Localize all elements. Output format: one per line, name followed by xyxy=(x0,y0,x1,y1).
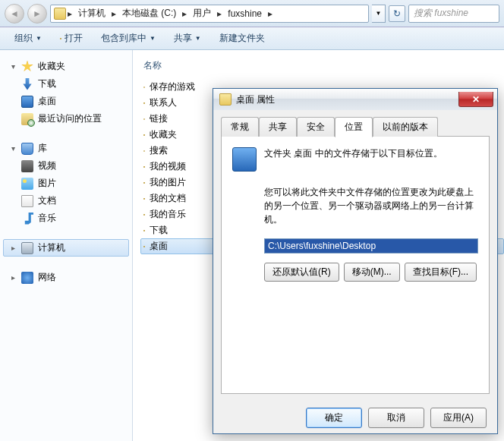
file-name: 联系人 xyxy=(150,96,177,109)
sidebar-item-documents[interactable]: 文档 xyxy=(3,192,129,209)
folder-icon xyxy=(143,118,145,120)
search-input[interactable]: 搜索 fuxshine xyxy=(408,5,499,23)
back-button[interactable]: ◄ xyxy=(5,4,24,24)
collapse-icon[interactable]: ▾ xyxy=(9,62,17,71)
favorites-group: ▾收藏夹 下载 桌面 最近访问的位置 xyxy=(3,58,129,128)
folder-icon xyxy=(143,198,145,200)
breadcrumb-segment[interactable]: 用户 xyxy=(188,5,216,21)
sidebar-item-recent[interactable]: 最近访问的位置 xyxy=(3,110,129,128)
new-folder-button[interactable]: 新建文件夹 xyxy=(211,29,273,48)
sidebar-label: 网络 xyxy=(38,271,56,284)
folder-icon xyxy=(143,230,145,232)
sidebar-label: 库 xyxy=(38,142,47,155)
video-icon xyxy=(21,160,33,172)
sidebar-label: 图片 xyxy=(38,177,56,190)
chevron-right-icon[interactable]: ▸ xyxy=(112,8,116,19)
sidebar-label: 计算机 xyxy=(38,241,65,254)
computer-group: ▸计算机 xyxy=(3,239,129,257)
file-name: 下载 xyxy=(150,224,168,237)
file-name: 我的音乐 xyxy=(150,208,186,221)
address-dropdown[interactable]: ▼ xyxy=(372,5,386,23)
sidebar-item-desktop[interactable]: 桌面 xyxy=(3,93,129,110)
libraries-group: ▾库 视频 图片 文档 音乐 xyxy=(3,140,129,227)
column-header-name[interactable]: 名称 xyxy=(140,58,504,74)
ok-button[interactable]: 确定 xyxy=(306,408,362,428)
refresh-button[interactable]: ↻ xyxy=(389,5,405,22)
breadcrumb-segment[interactable]: 本地磁盘 (C:) xyxy=(118,5,181,21)
file-name: 桌面 xyxy=(150,240,168,253)
sidebar-item-downloads[interactable]: 下载 xyxy=(3,75,129,93)
folder-icon xyxy=(143,214,145,216)
address-bar[interactable]: ▸ 计算机 ▸ 本地磁盘 (C:) ▸ 用户 ▸ fuxshine ▸ xyxy=(50,5,369,23)
folder-icon xyxy=(143,246,145,247)
cancel-button[interactable]: 取消 xyxy=(368,408,424,428)
dialog-heading-text: 文件夹 桌面 中的文件存储于以下目标位置。 xyxy=(264,147,443,160)
sidebar: ▾收藏夹 下载 桌面 最近访问的位置 ▾库 视频 图片 文档 音乐 ▸计算机 ▸… xyxy=(0,50,133,441)
chevron-right-icon[interactable]: ▸ xyxy=(268,8,272,19)
sidebar-libraries[interactable]: ▾库 xyxy=(3,140,129,157)
sidebar-label: 最近访问的位置 xyxy=(38,112,102,125)
breadcrumb-segment[interactable]: fuxshine xyxy=(223,7,266,20)
restore-default-button[interactable]: 还原默认值(R) xyxy=(264,263,339,282)
file-name: 我的文档 xyxy=(150,192,186,205)
folder-icon xyxy=(143,87,145,88)
share-button[interactable]: 共享▼ xyxy=(165,29,209,48)
document-icon xyxy=(21,195,33,207)
file-name: 收藏夹 xyxy=(150,128,177,141)
sidebar-label: 文档 xyxy=(38,194,56,207)
sidebar-item-music[interactable]: 音乐 xyxy=(3,209,129,227)
path-input[interactable] xyxy=(264,238,478,254)
dialog-body: 文件夹 桌面 中的文件存储于以下目标位置。 您可以将此文件夹中文件存储的位置更改… xyxy=(221,136,490,394)
tab-general[interactable]: 常规 xyxy=(221,117,259,137)
recent-icon xyxy=(21,113,33,125)
breadcrumb-segment[interactable]: 计算机 xyxy=(74,5,110,21)
dialog-tabs: 常规 共享 安全 位置 以前的版本 xyxy=(213,110,497,136)
sidebar-item-pictures[interactable]: 图片 xyxy=(3,175,129,192)
network-icon xyxy=(21,272,33,284)
sidebar-item-computer[interactable]: ▸计算机 xyxy=(3,239,129,257)
folder-icon xyxy=(143,182,145,184)
chevron-down-icon: ▼ xyxy=(36,35,42,42)
tab-sharing[interactable]: 共享 xyxy=(259,117,297,137)
folder-icon xyxy=(60,38,61,39)
folder-icon xyxy=(219,93,232,106)
dialog-titlebar[interactable]: 桌面 属性 ✕ xyxy=(213,89,497,110)
folder-icon xyxy=(54,8,66,20)
move-button[interactable]: 移动(M)... xyxy=(344,263,400,282)
star-icon xyxy=(21,61,33,73)
music-icon xyxy=(21,213,33,225)
chevron-right-icon[interactable]: ▸ xyxy=(182,8,187,19)
sidebar-label: 音乐 xyxy=(38,212,56,225)
folder-icon xyxy=(143,150,145,152)
organize-button[interactable]: 组织▼ xyxy=(6,29,50,48)
toolbar: 组织▼ 打开 包含到库中▼ 共享▼ 新建文件夹 xyxy=(0,27,504,50)
open-button[interactable]: 打开 xyxy=(52,29,91,48)
forward-button[interactable]: ► xyxy=(27,4,47,24)
dialog-title: 桌面 属性 xyxy=(236,93,275,106)
library-icon xyxy=(21,143,33,155)
tab-location[interactable]: 位置 xyxy=(335,117,373,137)
expand-icon[interactable]: ▸ xyxy=(9,273,17,282)
sidebar-item-network[interactable]: ▸网络 xyxy=(3,269,129,286)
folder-icon xyxy=(143,134,145,136)
tab-previous-versions[interactable]: 以前的版本 xyxy=(373,117,438,137)
find-target-button[interactable]: 查找目标(F)... xyxy=(405,263,477,282)
sidebar-item-videos[interactable]: 视频 xyxy=(3,157,129,175)
collapse-icon[interactable]: ▾ xyxy=(9,144,17,153)
sidebar-favorites[interactable]: ▾收藏夹 xyxy=(3,58,129,75)
tab-security[interactable]: 安全 xyxy=(297,117,335,137)
file-name: 搜索 xyxy=(150,144,168,157)
chevron-right-icon[interactable]: ▸ xyxy=(68,8,72,19)
include-button[interactable]: 包含到库中▼ xyxy=(93,29,164,48)
close-button[interactable]: ✕ xyxy=(458,92,493,107)
apply-button[interactable]: 应用(A) xyxy=(430,408,487,428)
chevron-right-icon[interactable]: ▸ xyxy=(217,8,222,19)
download-icon xyxy=(21,78,33,90)
folder-icon xyxy=(143,102,145,104)
dialog-button-row: 还原默认值(R) 移动(M)... 查找目标(F)... xyxy=(232,263,478,282)
chevron-down-icon: ▼ xyxy=(195,35,201,42)
dialog-heading-row: 文件夹 桌面 中的文件存储于以下目标位置。 xyxy=(232,147,478,172)
network-group: ▸网络 xyxy=(3,269,129,286)
file-name: 我的图片 xyxy=(150,176,186,189)
expand-icon[interactable]: ▸ xyxy=(9,244,17,252)
